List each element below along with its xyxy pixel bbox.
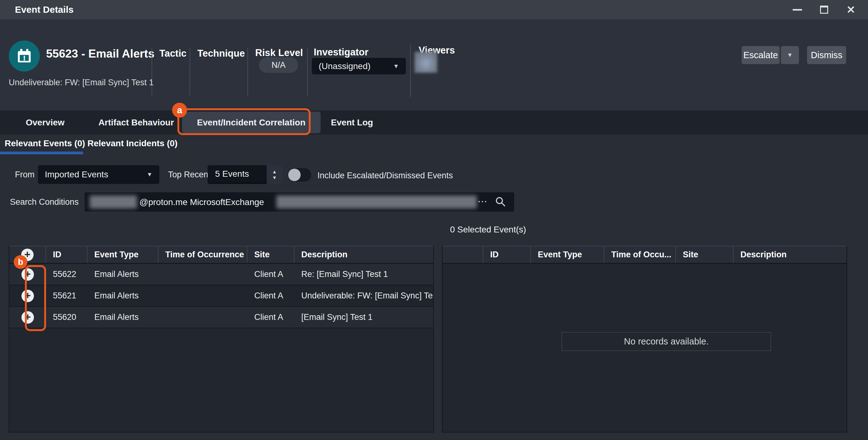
- close-icon: ✕: [846, 4, 856, 15]
- cell-description: Undeliverable: FW: [Email Sync] Tes: [294, 285, 433, 306]
- event-calendar-alert-icon: [9, 40, 40, 71]
- table-row[interactable]: + 55620 Email Alerts Client A [Email Syn…: [9, 307, 433, 328]
- title-bar: Event Details ✕: [0, 0, 868, 19]
- selected-events-table: ID Event Type Time of Occu... Site Descr…: [442, 246, 847, 433]
- search-button[interactable]: [495, 196, 506, 209]
- header-divider: [307, 47, 308, 96]
- event-details-window: Event Details ✕ 55623 - Email Alerts Tac…: [0, 0, 868, 440]
- cell-description: [Email Sync] Test 1: [294, 307, 433, 328]
- calendar-alert-glyph: [15, 47, 33, 65]
- active-subtab-indicator: [0, 152, 83, 154]
- investigator-value: (Unassigned): [319, 61, 371, 71]
- annotation-badge-b: b: [14, 255, 27, 269]
- cell-time: [158, 264, 247, 285]
- relevant-events-table: + ID Event Type Time of Occurrence Site …: [9, 246, 434, 433]
- investigator-select[interactable]: (Unassigned) ▼: [312, 58, 406, 74]
- minimize-button[interactable]: [792, 4, 803, 15]
- tab-event-log[interactable]: Event Log: [330, 111, 374, 134]
- cell-site: Client A: [247, 307, 294, 328]
- search-visible-text: @proton.me MicrosoftExchange: [140, 197, 264, 207]
- include-escalated-label: Include Escalated/Dismissed Events: [317, 171, 453, 181]
- window-title: Event Details: [0, 4, 73, 15]
- column-header-time[interactable]: Time of Occurrence: [158, 247, 247, 263]
- maximize-button[interactable]: [819, 4, 829, 15]
- cell-site: Client A: [247, 264, 294, 285]
- chevron-down-icon: ▼: [393, 63, 399, 70]
- tactic-label: Tactic: [159, 48, 186, 59]
- redacted-text-block: [276, 195, 477, 209]
- event-header: 55623 - Email Alerts Tactic Technique Ri…: [0, 19, 868, 111]
- window-controls: ✕: [792, 4, 868, 15]
- maximize-icon: [820, 6, 828, 14]
- subtab-relevant-incidents[interactable]: Relevant Incidents (0): [88, 138, 177, 149]
- remove-column-header: [442, 247, 483, 263]
- subtab-relevant-events[interactable]: Relevant Events (0): [5, 138, 85, 149]
- investigator-label: Investigator: [314, 47, 369, 58]
- table-header-row: + ID Event Type Time of Occurrence Site …: [9, 246, 433, 264]
- cell-id: 55620: [46, 307, 88, 328]
- add-event-button[interactable]: +: [22, 290, 34, 302]
- minimize-icon: [793, 9, 802, 10]
- column-header-description[interactable]: Description: [734, 247, 846, 263]
- close-button[interactable]: ✕: [845, 4, 856, 15]
- chevron-down-icon: ▼: [147, 171, 153, 178]
- header-divider: [410, 44, 411, 97]
- stepper-up-icon: ▲: [272, 169, 277, 174]
- tab-artifact-behaviour[interactable]: Artifact Behaviour: [96, 111, 176, 134]
- tab-event-incident-correlation[interactable]: Event/Incident Correlation: [182, 112, 320, 133]
- plus-icon: +: [25, 290, 31, 301]
- from-select[interactable]: Imported Events ▼: [38, 165, 159, 184]
- column-header-event-type[interactable]: Event Type: [531, 247, 604, 263]
- column-header-event-type[interactable]: Event Type: [88, 247, 158, 263]
- top-recent-input[interactable]: 5 Events: [208, 165, 267, 184]
- header-divider: [247, 47, 248, 96]
- event-title: 55623 - Email Alerts: [46, 47, 154, 60]
- column-header-id[interactable]: ID: [483, 247, 531, 263]
- table-row[interactable]: + 55621 Email Alerts Client A Undelivera…: [9, 285, 433, 307]
- dismiss-button[interactable]: Dismiss: [807, 46, 846, 64]
- cell-description: Re: [Email Sync] Test 1: [294, 264, 433, 285]
- cell-time: [158, 307, 247, 328]
- risk-level-badge: N/A: [259, 57, 298, 73]
- cell-event-type: Email Alerts: [88, 307, 158, 328]
- table-row[interactable]: + 55622 Email Alerts Client A Re: [Email…: [9, 264, 433, 285]
- add-event-button[interactable]: +: [22, 311, 34, 324]
- from-value: Imported Events: [45, 169, 108, 180]
- escalate-dropdown-button[interactable]: ▼: [781, 46, 799, 64]
- column-header-id[interactable]: ID: [46, 247, 88, 263]
- column-header-site[interactable]: Site: [247, 247, 294, 263]
- tab-overview[interactable]: Overview: [19, 111, 71, 134]
- selected-events-count: 0 Selected Event(s): [450, 225, 526, 234]
- technique-label: Technique: [197, 48, 245, 59]
- top-recent-stepper[interactable]: ▲ ▼: [267, 165, 282, 184]
- tab-strip: Overview Artifact Behaviour Event/Incide…: [0, 111, 868, 134]
- cell-time: [158, 285, 247, 306]
- column-header-site[interactable]: Site: [676, 247, 734, 263]
- no-records-message: No records available.: [561, 332, 771, 351]
- include-escalated-toggle[interactable]: [287, 167, 312, 182]
- annotation-badge-a: a: [172, 103, 187, 118]
- top-recent-label: Top Recent: [168, 170, 211, 180]
- column-header-time[interactable]: Time of Occu...: [604, 247, 676, 263]
- more-conditions-button[interactable]: ⋯: [477, 195, 487, 207]
- chevron-down-icon: ▼: [787, 52, 793, 59]
- cell-site: Client A: [247, 285, 294, 306]
- header-divider: [189, 47, 190, 96]
- table-header-row: ID Event Type Time of Occu... Site Descr…: [442, 246, 846, 264]
- stepper-down-icon: ▼: [272, 175, 277, 180]
- cell-id: 55622: [46, 264, 88, 285]
- column-header-description[interactable]: Description: [294, 247, 433, 263]
- search-conditions-input[interactable]: @proton.me MicrosoftExchange ⋯: [85, 192, 514, 212]
- plus-icon: +: [25, 269, 31, 279]
- event-subject: Undeliverable: FW: [Email Sync] Test 1: [9, 78, 154, 88]
- plus-icon: +: [25, 312, 31, 322]
- cell-event-type: Email Alerts: [88, 264, 158, 285]
- search-conditions-label: Search Conditions: [10, 197, 79, 207]
- cell-event-type: Email Alerts: [88, 285, 158, 306]
- from-label: From: [15, 170, 35, 180]
- add-event-button[interactable]: +: [22, 268, 34, 281]
- escalate-button[interactable]: Escalate: [742, 46, 780, 64]
- toggle-knob: [288, 169, 301, 181]
- header-divider: [152, 47, 152, 96]
- risk-level-label: Risk Level: [255, 47, 303, 59]
